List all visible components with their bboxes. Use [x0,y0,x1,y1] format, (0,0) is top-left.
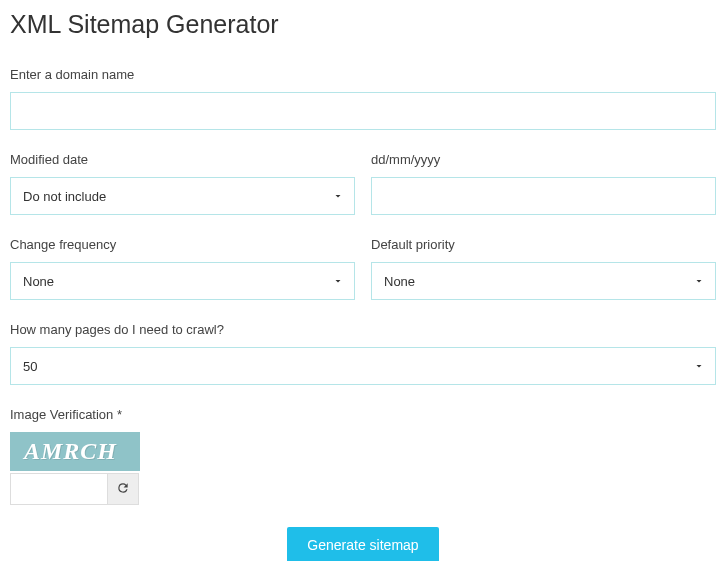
page-title: XML Sitemap Generator [10,10,716,39]
date-format-label: dd/mm/yyyy [371,152,716,167]
captcha-input[interactable] [10,473,108,505]
default-priority-select[interactable]: None [371,262,716,300]
date-input[interactable] [371,177,716,215]
captcha-image: AMRCH [10,432,140,471]
captcha-refresh-button[interactable] [107,473,139,505]
default-priority-label: Default priority [371,237,716,252]
modified-date-label: Modified date [10,152,355,167]
change-frequency-select[interactable]: None [10,262,355,300]
domain-label: Enter a domain name [10,67,716,82]
change-frequency-label: Change frequency [10,237,355,252]
modified-date-select[interactable]: Do not include [10,177,355,215]
domain-input[interactable] [10,92,716,130]
captcha-label: Image Verification * [10,407,716,422]
generate-sitemap-button[interactable]: Generate sitemap [287,527,438,561]
refresh-icon [116,481,130,498]
pages-select[interactable]: 50 [10,347,716,385]
pages-label: How many pages do I need to crawl? [10,322,716,337]
